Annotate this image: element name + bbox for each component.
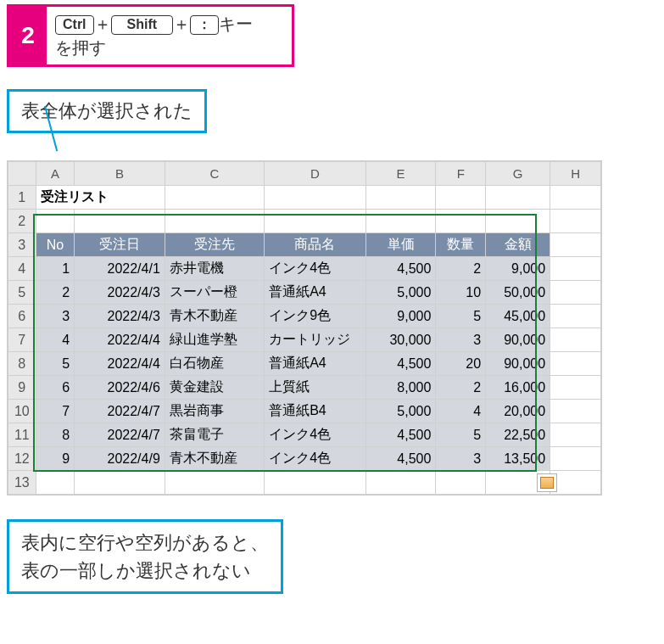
cell[interactable]: 2022/4/6 (75, 376, 165, 400)
cell[interactable]: インク4色 (265, 447, 366, 471)
hdr-no[interactable]: No (36, 233, 75, 257)
cell[interactable]: インク4色 (265, 257, 366, 281)
cell[interactable]: 白石物産 (165, 352, 264, 376)
cell[interactable]: 4,500 (365, 423, 436, 447)
key-ctrl: Ctrl (55, 15, 94, 35)
quick-analysis-icon[interactable] (537, 473, 557, 492)
hdr-client[interactable]: 受注先 (165, 233, 264, 257)
header-row[interactable]: 3 No 受注日 受注先 商品名 単価 数量 金額 (8, 233, 601, 257)
table-row[interactable]: 1072022/4/7黒岩商事普通紙B45,000420,000 (8, 400, 601, 423)
cell[interactable]: 9,000 (486, 257, 550, 281)
cell[interactable]: 4,500 (365, 352, 436, 376)
cell[interactable]: 緑山進学塾 (165, 328, 264, 352)
cell[interactable]: 青木不動産 (165, 305, 264, 328)
cell[interactable]: 2022/4/7 (75, 400, 165, 423)
cell[interactable]: 黄金建設 (165, 376, 264, 400)
cell[interactable]: 16,000 (486, 376, 550, 400)
table-row[interactable]: 412022/4/1赤井電機インク4色4,50029,000 (8, 257, 601, 281)
table-row[interactable]: 522022/4/3スーパー橙普通紙A45,0001050,000 (8, 281, 601, 305)
cell[interactable]: 9 (36, 447, 75, 471)
row-1[interactable]: 1 受注リスト (8, 186, 601, 210)
cell[interactable]: インク9色 (265, 305, 366, 328)
cell[interactable]: 4,500 (365, 447, 436, 471)
cell[interactable]: 2022/4/7 (75, 423, 165, 447)
col-C[interactable]: C (165, 162, 264, 186)
row-13[interactable]: 13 (8, 471, 601, 495)
col-H[interactable]: H (550, 162, 601, 186)
cell[interactable]: 8,000 (365, 376, 436, 400)
cell[interactable]: 普通紙A4 (265, 352, 366, 376)
cell[interactable]: 2022/4/3 (75, 281, 165, 305)
cell[interactable]: スーパー橙 (165, 281, 264, 305)
col-A[interactable]: A (36, 162, 75, 186)
cell[interactable]: 5 (436, 423, 486, 447)
cell[interactable]: 6 (36, 376, 75, 400)
cell[interactable]: 2022/4/9 (75, 447, 165, 471)
cell[interactable]: 30,000 (365, 328, 436, 352)
cell[interactable]: 9,000 (365, 305, 436, 328)
hdr-product[interactable]: 商品名 (265, 233, 366, 257)
table-row[interactable]: 852022/4/4白石物産普通紙A44,5002090,000 (8, 352, 601, 376)
sheet-title[interactable]: 受注リスト (36, 186, 165, 210)
column-headers[interactable]: A B C D E F G H (8, 162, 601, 186)
cell[interactable]: 8 (36, 423, 75, 447)
cell[interactable]: 2 (436, 257, 486, 281)
cell[interactable]: 3 (36, 305, 75, 328)
table-row[interactable]: 962022/4/6黄金建設上質紙8,000216,000 (8, 376, 601, 400)
cell[interactable]: 茶畠電子 (165, 423, 264, 447)
cell[interactable]: 黒岩商事 (165, 400, 264, 423)
step-instruction: 2 Ctrl＋Shift＋：キー を押す (7, 4, 294, 67)
cell[interactable]: 50,000 (486, 281, 550, 305)
hdr-amount[interactable]: 金額 (486, 233, 550, 257)
cell[interactable]: 7 (36, 400, 75, 423)
hdr-date[interactable]: 受注日 (75, 233, 165, 257)
cell[interactable]: 2022/4/4 (75, 352, 165, 376)
cell[interactable]: インク4色 (265, 423, 366, 447)
cell[interactable]: 22,500 (486, 423, 550, 447)
cell[interactable]: カートリッジ (265, 328, 366, 352)
callout-note: 表内に空行や空列があると、 表の一部しか選択されない (7, 519, 283, 594)
cell[interactable]: 2 (36, 281, 75, 305)
table-row[interactable]: 1182022/4/7茶畠電子インク4色4,500522,500 (8, 423, 601, 447)
cell[interactable]: 2022/4/1 (75, 257, 165, 281)
col-B[interactable]: B (75, 162, 165, 186)
hdr-qty[interactable]: 数量 (436, 233, 486, 257)
cell[interactable]: 4,500 (365, 257, 436, 281)
cell[interactable]: 3 (436, 447, 486, 471)
col-F[interactable]: F (436, 162, 486, 186)
cell[interactable]: 2022/4/4 (75, 328, 165, 352)
col-D[interactable]: D (265, 162, 366, 186)
cell[interactable]: 青木不動産 (165, 447, 264, 471)
cell[interactable]: 4 (436, 400, 486, 423)
cell[interactable]: 5 (436, 305, 486, 328)
spreadsheet[interactable]: A B C D E F G H 1 受注リスト 2 3 No 受注日 受注先 商… (7, 160, 602, 496)
cell[interactable]: 4 (36, 328, 75, 352)
cell[interactable]: 90,000 (486, 352, 550, 376)
grid[interactable]: A B C D E F G H 1 受注リスト 2 3 No 受注日 受注先 商… (8, 161, 601, 495)
cell[interactable]: 90,000 (486, 328, 550, 352)
cell[interactable]: 上質紙 (265, 376, 366, 400)
cell[interactable]: 5,000 (365, 281, 436, 305)
cell[interactable]: 45,000 (486, 305, 550, 328)
select-all[interactable] (8, 162, 36, 186)
cell[interactable]: 20 (436, 352, 486, 376)
cell[interactable]: 普通紙A4 (265, 281, 366, 305)
row-2[interactable]: 2 (8, 210, 601, 233)
cell[interactable]: 10 (436, 281, 486, 305)
cell[interactable]: 2022/4/3 (75, 305, 165, 328)
cell[interactable]: 3 (436, 328, 486, 352)
col-E[interactable]: E (365, 162, 436, 186)
cell[interactable]: 13,500 (486, 447, 550, 471)
cell[interactable]: 2 (436, 376, 486, 400)
cell[interactable]: 1 (36, 257, 75, 281)
cell[interactable]: 5 (36, 352, 75, 376)
cell[interactable]: 普通紙B4 (265, 400, 366, 423)
cell[interactable]: 赤井電機 (165, 257, 264, 281)
table-row[interactable]: 632022/4/3青木不動産インク9色9,000545,000 (8, 305, 601, 328)
hdr-price[interactable]: 単価 (365, 233, 436, 257)
table-row[interactable]: 742022/4/4緑山進学塾カートリッジ30,000390,000 (8, 328, 601, 352)
table-row[interactable]: 1292022/4/9青木不動産インク4色4,500313,500 (8, 447, 601, 471)
cell[interactable]: 20,000 (486, 400, 550, 423)
cell[interactable]: 5,000 (365, 400, 436, 423)
col-G[interactable]: G (486, 162, 550, 186)
